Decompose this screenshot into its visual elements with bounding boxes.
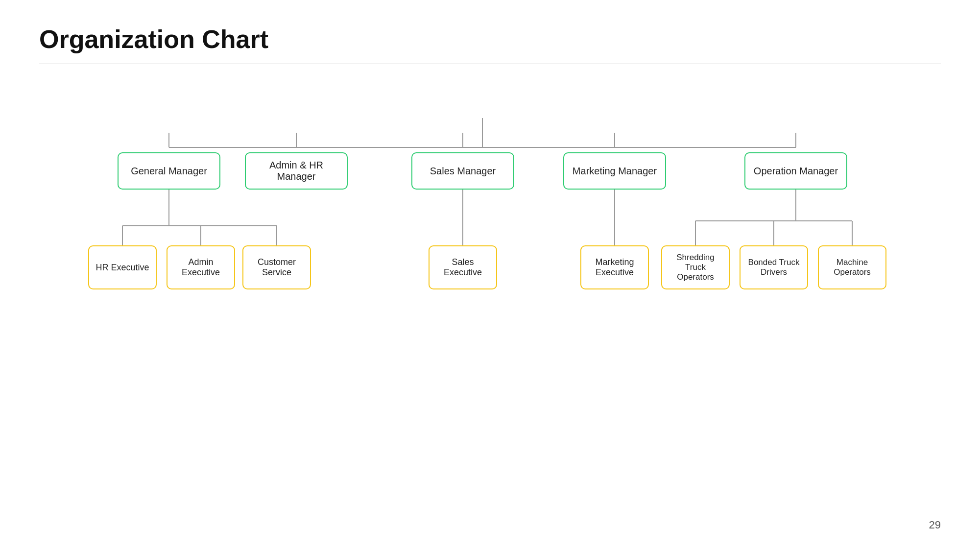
node-admin-hr-manager: Admin & HR Manager [245, 152, 348, 190]
node-shredding-truck-operators: Shredding Truck Operators [661, 245, 730, 289]
chart-area: General Manager Admin & HR Manager Sales… [0, 64, 980, 329]
node-machine-operators: Machine Operators [818, 245, 886, 289]
page-title: Organization Chart [0, 0, 980, 64]
node-general-manager: General Manager [118, 152, 220, 190]
node-hr-executive: HR Executive [88, 245, 157, 289]
connector-lines [39, 94, 960, 329]
node-bonded-truck-drivers: Bonded Truck Drivers [740, 245, 808, 289]
node-sales-manager: Sales Manager [411, 152, 514, 190]
node-marketing-executive: Marketing Executive [580, 245, 649, 289]
org-chart: General Manager Admin & HR Manager Sales… [39, 94, 960, 329]
node-customer-service: Customer Service [242, 245, 311, 289]
node-sales-executive: Sales Executive [429, 245, 497, 289]
page-number: 29 [929, 519, 941, 531]
node-operation-manager: Operation Manager [744, 152, 847, 190]
node-admin-executive: Admin Executive [167, 245, 235, 289]
node-marketing-manager: Marketing Manager [563, 152, 666, 190]
